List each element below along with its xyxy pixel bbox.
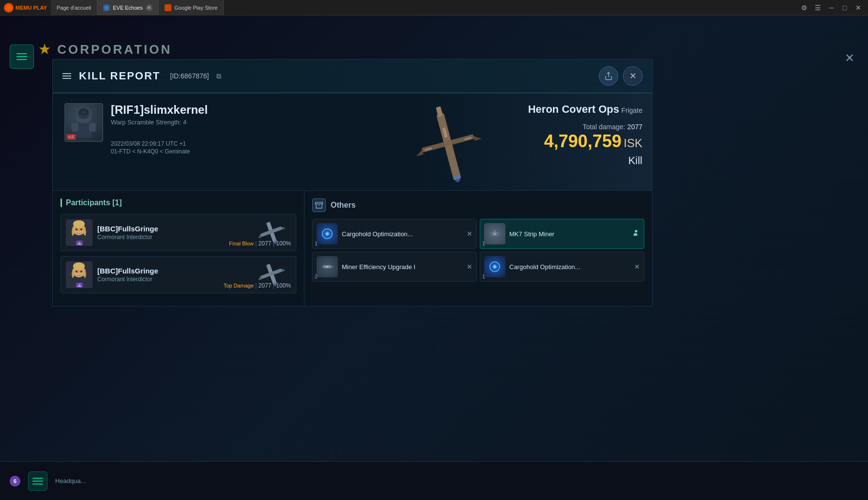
- taskbar-maximize-btn[interactable]: □: [840, 3, 850, 13]
- modal-header-right: ✕: [599, 66, 642, 86]
- item-icon-0: [317, 223, 338, 244]
- svg-point-4: [80, 110, 87, 114]
- others-grid: Cargohold Optimization... ✕ 1: [312, 219, 644, 282]
- modal-close-button[interactable]: ✕: [623, 66, 642, 86]
- hamburger-line-2: [16, 56, 27, 57]
- item-close-0[interactable]: ✕: [467, 230, 472, 238]
- svg-rect-55: [322, 266, 324, 267]
- hamburger-line-1: [16, 53, 27, 54]
- svg-rect-56: [330, 266, 334, 267]
- share-icon: [604, 72, 613, 80]
- modal-title: KILL REPORT: [79, 70, 160, 82]
- ship-class: Frigate: [621, 106, 642, 114]
- copy-id-icon[interactable]: ⧉: [216, 72, 221, 80]
- svg-rect-6: [72, 123, 78, 132]
- ship-type: Heron Covert Ops: [528, 103, 619, 115]
- bottom-notification-count: 6: [10, 476, 20, 486]
- bottom-label: Headqua...: [55, 477, 86, 485]
- tab-google-play[interactable]: Google Play Store: [159, 0, 224, 15]
- participants-title-text: Participants [1]: [66, 198, 122, 207]
- taskbar-menu-btn[interactable]: ☰: [813, 3, 822, 13]
- ship-type-name: Heron Covert Ops Frigate: [528, 103, 642, 116]
- svg-marker-35: [77, 284, 82, 287]
- item-card-3[interactable]: Cargohold Optimization... ✕ 1: [480, 252, 644, 282]
- participant-card-0[interactable]: [BBC]FullsGringe Cormorant Interdictor: [61, 214, 296, 251]
- item-name-0: Cargohold Optimization...: [342, 230, 463, 238]
- item-icon-1: [484, 223, 505, 244]
- bottom-bar: 6 Headqua...: [0, 461, 868, 500]
- top-damage-label: Top Damage: [224, 283, 254, 288]
- tab-google-play-label: Google Play Store: [174, 5, 217, 11]
- hamburger-icon: [16, 53, 27, 60]
- corp-header: ★ CORPORATION: [39, 42, 172, 57]
- total-damage-row: Total damage: 2077: [528, 122, 642, 131]
- participant-card-1[interactable]: [BBC]FullsGringe Cormorant Interdictor: [61, 256, 296, 293]
- share-button[interactable]: [599, 66, 618, 86]
- item-icon-2: [317, 256, 338, 277]
- modal-hamburger-line-3: [62, 78, 71, 79]
- percent-value-1: 100%: [276, 282, 291, 289]
- tab-home-label: Page d'accueil: [57, 5, 91, 11]
- item-close-2[interactable]: ✕: [467, 263, 472, 271]
- participants-panel: Participants [1]: [53, 191, 305, 306]
- hamburger-line-3: [16, 59, 27, 60]
- rank-badge-1: [76, 283, 83, 288]
- item-close-3[interactable]: ✕: [634, 263, 640, 271]
- modal-hamburger-line-1: [62, 73, 71, 74]
- page-close-btn[interactable]: ✕: [841, 49, 858, 67]
- item-card-2[interactable]: Miner Efficiency Upgrade I ✕ 2: [312, 252, 477, 282]
- participant-info-1: [BBC]FullsGringe Cormorant Interdictor: [97, 267, 247, 283]
- victim-stats: Heron Covert Ops Frigate Total damage: 2…: [528, 103, 642, 167]
- result-label: Kill: [528, 154, 642, 167]
- bottom-hamburger-line-2: [32, 481, 43, 482]
- item-person-icon-1[interactable]: [632, 229, 640, 239]
- bottom-menu-button[interactable]: [28, 471, 47, 491]
- modal-menu-icon[interactable]: [62, 73, 71, 79]
- item-card-1[interactable]: MK7 Strip Miner 1: [480, 219, 644, 249]
- ship-svg: [400, 103, 497, 190]
- tab-eve[interactable]: EVE Echoes ✕: [97, 0, 159, 15]
- bottom-hamburger-line-1: [32, 478, 43, 479]
- item-count-2: 2: [315, 273, 318, 279]
- participant-avatar-0: [66, 219, 92, 246]
- ship-3d-view: [400, 103, 497, 190]
- corp-star-icon: ★: [39, 42, 52, 57]
- modal-header-left: KILL REPORT [ID:6867876] ⧉: [62, 70, 221, 82]
- kill-report-modal: KILL REPORT [ID:6867876] ⧉ ✕: [52, 59, 653, 306]
- taskbar-tabs: Page d'accueil EVE Echoes ✕ Google Play …: [51, 0, 224, 15]
- svg-point-20: [73, 220, 85, 228]
- damage-value-1: 2077: [259, 282, 272, 289]
- taskbar-settings-btn[interactable]: ⚙: [799, 3, 809, 13]
- total-damage-value: 2077: [627, 123, 642, 131]
- mk7-icon-svg: [488, 227, 502, 241]
- tab-home[interactable]: Page d'accueil: [51, 0, 97, 15]
- bottom-hamburger-icon: [32, 478, 43, 485]
- item-card-0[interactable]: Cargohold Optimization... ✕ 1: [312, 219, 477, 249]
- cargo-icon-bg-3: [484, 256, 505, 277]
- taskbar-controls: ⚙ ☰ ─ □ ✕: [794, 3, 868, 13]
- participant-stats-1: Top Damage | 2077 | 100%: [224, 282, 291, 289]
- tab-eve-close[interactable]: ✕: [146, 4, 152, 11]
- rank-icon-0: [77, 242, 82, 245]
- miner-icon-bg: [317, 256, 338, 277]
- tab-eve-label: EVE Echoes: [113, 5, 143, 11]
- rank-badge-0: [76, 241, 83, 245]
- victim-avatar: Kill: [64, 103, 103, 142]
- taskbar-minimize-btn[interactable]: ─: [826, 3, 836, 13]
- mk7-icon-bg: [484, 223, 505, 244]
- svg-point-21: [76, 228, 77, 230]
- modal-header: KILL REPORT [ID:6867876] ⧉ ✕: [53, 60, 652, 93]
- svg-rect-41: [316, 202, 323, 204]
- taskbar-close-btn[interactable]: ✕: [853, 3, 863, 13]
- cargo-icon-svg-3: [488, 260, 502, 273]
- svg-point-32: [73, 262, 85, 270]
- final-blow-label: Final Blow: [229, 241, 254, 246]
- participant-avatar-1: [66, 261, 92, 288]
- participants-title: Participants [1]: [61, 198, 296, 207]
- left-sidebar-toggle[interactable]: [10, 45, 34, 69]
- participants-bar-icon: [61, 198, 62, 207]
- total-damage-label: Total damage:: [582, 123, 625, 131]
- item-count-0: 1: [315, 241, 318, 246]
- participant-ship-0: Cormorant Interdictor: [97, 234, 247, 241]
- participant-name-1: [BBC]FullsGringe: [97, 267, 247, 275]
